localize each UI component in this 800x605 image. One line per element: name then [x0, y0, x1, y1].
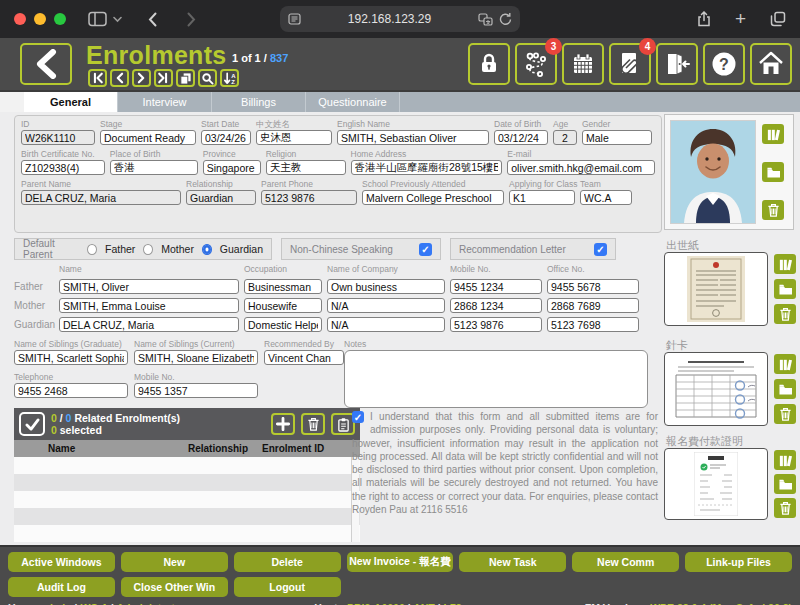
radio-father-label[interactable]: Father [105, 243, 135, 255]
radio-guardian-label[interactable]: Guardian [220, 243, 263, 255]
birth-cert-thumbnail[interactable] [664, 252, 768, 326]
photo-folder-button[interactable] [762, 162, 784, 182]
tab-billings[interactable]: Billings [212, 92, 306, 112]
delete-button[interactable]: Delete [234, 552, 341, 572]
payment-linkup-button[interactable] [774, 450, 796, 470]
siblings-graduate-field[interactable] [14, 350, 128, 365]
close-window-button[interactable] [14, 13, 26, 25]
new-invoice-button[interactable]: New Invoice - 報名費 [347, 552, 454, 572]
link-up-files-button[interactable]: Link-up Files [685, 552, 792, 572]
back-button[interactable] [20, 43, 72, 85]
photo-linkup-button[interactable] [762, 124, 784, 144]
photo-delete-button[interactable] [762, 200, 784, 220]
mother-occupation-field[interactable] [244, 298, 322, 313]
sort-icon[interactable]: AZ [220, 69, 239, 87]
find-icon[interactable] [198, 69, 217, 87]
birth-cert-linkup-button[interactable] [774, 254, 796, 274]
tab-questionnaire[interactable]: Questionnaire [306, 92, 400, 112]
radio-guardian[interactable] [202, 244, 212, 255]
guardian-mobile-field[interactable] [450, 317, 542, 332]
first-record-button[interactable] [88, 69, 107, 87]
reader-icon[interactable] [288, 13, 301, 25]
new-task-button[interactable]: New Task [459, 552, 566, 572]
translate-icon[interactable] [478, 13, 493, 26]
last-record-button[interactable] [154, 69, 173, 87]
active-windows-button[interactable]: Active Windows [8, 552, 115, 572]
previous-record-button[interactable] [110, 69, 129, 87]
payment-folder-button[interactable] [774, 474, 796, 494]
tab-interview[interactable]: Interview [118, 92, 212, 112]
close-other-win-button[interactable]: Close Other Win [121, 577, 228, 597]
mother-office-field[interactable] [547, 298, 639, 313]
radio-father[interactable] [87, 244, 97, 255]
vaccine-card-thumbnail[interactable] [664, 352, 768, 426]
start-date-field[interactable] [201, 130, 251, 145]
forward-icon[interactable] [187, 12, 196, 27]
father-office-field[interactable] [547, 279, 639, 294]
audit-log-button[interactable]: Audit Log [8, 577, 115, 597]
class-field[interactable] [509, 190, 575, 205]
new-comm-button[interactable]: New Comm [572, 552, 679, 572]
next-record-button[interactable] [132, 69, 151, 87]
gender-field[interactable] [582, 130, 652, 145]
new-button[interactable]: New [121, 552, 228, 572]
stage-field[interactable] [100, 130, 196, 145]
relationship-field[interactable] [186, 190, 256, 205]
select-all-button[interactable] [19, 412, 45, 436]
team-field[interactable] [580, 190, 632, 205]
place-of-birth-field[interactable] [110, 160, 198, 175]
zoom-window-button[interactable] [54, 13, 66, 25]
birth-cert-field[interactable] [21, 160, 105, 175]
notes-input[interactable] [344, 350, 648, 408]
vaccine-linkup-button[interactable] [774, 354, 796, 374]
share-icon[interactable] [697, 11, 711, 27]
recommended-by-field[interactable] [264, 350, 344, 365]
school-field[interactable] [362, 190, 504, 205]
vaccine-folder-button[interactable] [774, 379, 796, 399]
recommendation-checkbox[interactable]: ✓ [594, 243, 607, 256]
payment-delete-button[interactable] [774, 498, 796, 518]
guardian-occupation-field[interactable] [244, 317, 322, 332]
new-tab-icon[interactable]: + [735, 8, 746, 30]
payment-proof-thumbnail[interactable] [664, 448, 768, 520]
english-name-field[interactable] [337, 130, 489, 145]
birth-cert-folder-button[interactable] [774, 279, 796, 299]
workflow-button[interactable]: 3 [515, 43, 557, 85]
tab-overview-icon[interactable] [770, 11, 786, 27]
reload-icon[interactable] [499, 12, 512, 26]
id-field[interactable] [21, 130, 95, 145]
home-address-field[interactable] [351, 160, 503, 175]
father-name-field[interactable] [59, 279, 239, 294]
delete-related-button[interactable] [301, 413, 325, 435]
help-button[interactable]: ? [703, 43, 745, 85]
chinese-name-field[interactable] [256, 130, 332, 145]
url-text[interactable]: 192.168.123.29 [301, 12, 478, 26]
age-field[interactable] [553, 130, 577, 145]
father-mobile-field[interactable] [450, 279, 542, 294]
address-bar[interactable]: 192.168.123.29 [280, 6, 520, 32]
exit-button[interactable] [656, 43, 698, 85]
attachments-button[interactable]: 4 [609, 43, 651, 85]
calendar-button[interactable] [562, 43, 604, 85]
siblings-current-field[interactable] [134, 350, 258, 365]
father-company-field[interactable] [327, 279, 445, 294]
chevron-down-icon[interactable] [113, 16, 122, 23]
declaration-checkbox[interactable]: ✓ [352, 411, 364, 423]
duplicate-record-icon[interactable] [176, 69, 195, 87]
non-chinese-checkbox[interactable]: ✓ [419, 243, 432, 256]
vaccine-delete-button[interactable] [774, 404, 796, 424]
guardian-office-field[interactable] [547, 317, 639, 332]
mother-name-field[interactable] [59, 298, 239, 313]
father-occupation-field[interactable] [244, 279, 322, 294]
home-button[interactable] [750, 43, 792, 85]
student-photo[interactable] [670, 120, 756, 224]
guardian-name-field[interactable] [59, 317, 239, 332]
sibling-mobile-field[interactable] [134, 383, 258, 398]
birth-cert-delete-button[interactable] [774, 304, 796, 324]
religion-field[interactable] [266, 160, 346, 175]
dob-field[interactable] [494, 130, 548, 145]
minimize-window-button[interactable] [34, 13, 46, 25]
radio-mother-label[interactable]: Mother [161, 243, 194, 255]
tab-general[interactable]: General [24, 92, 118, 112]
add-related-button[interactable] [271, 413, 295, 435]
